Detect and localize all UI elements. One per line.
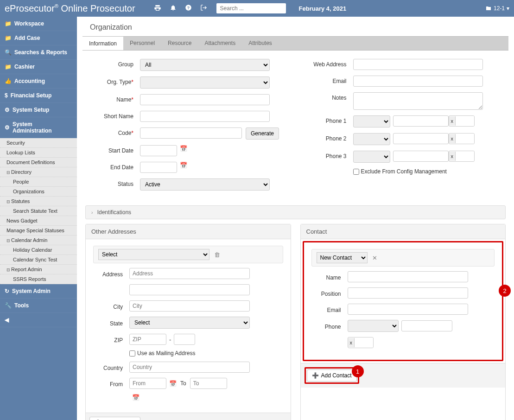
sub-docdef[interactable]: Document Definitions (0, 158, 77, 167)
shortname-input[interactable] (140, 111, 270, 122)
phone2-ext[interactable] (456, 134, 474, 144)
tab-attachments[interactable]: Attachments (198, 37, 242, 50)
sub-calendar-admin[interactable]: ⊟Calendar Admin (0, 235, 77, 245)
phone2-label: Phone 2 (305, 133, 347, 142)
enddate-input[interactable] (140, 162, 177, 173)
gear-icon: ⚙ (5, 107, 10, 113)
code-input[interactable] (140, 127, 242, 139)
city-input[interactable] (129, 300, 250, 312)
to-label: To (180, 380, 186, 387)
from-label: From (93, 379, 123, 388)
calendar-icon[interactable]: 📅 (180, 162, 187, 169)
sidebar-item-add-case[interactable]: 📁Add Case (0, 31, 77, 45)
close-icon[interactable]: ✕ (372, 255, 377, 261)
collapse-icon: ◀ (5, 317, 9, 323)
sidebar-item-cashier[interactable]: 📁Cashier (0, 60, 77, 74)
address-select[interactable]: Select (98, 249, 209, 260)
contact-name-input[interactable] (348, 271, 468, 282)
add-contact-button[interactable]: ➕ Add Contact (307, 369, 357, 382)
sidebar-collapse[interactable]: ◀ (0, 313, 77, 327)
sub-search-statute[interactable]: Search Statute Text (0, 206, 77, 216)
phone2-input[interactable] (393, 133, 449, 144)
phone1-input[interactable] (393, 115, 449, 127)
web-input[interactable] (353, 59, 483, 70)
address-line2-input[interactable] (129, 284, 250, 295)
sub-statutes[interactable]: ⊟Statutes (0, 197, 77, 206)
contact-phone-ext[interactable] (355, 337, 373, 348)
sidebar-item-system-setup[interactable]: ⚙System Setup (0, 103, 77, 117)
mailing-checkbox[interactable] (129, 350, 135, 356)
tabs: Information Personnel Resource Attachmen… (82, 36, 508, 51)
sub-directory[interactable]: ⊟Directory (0, 167, 77, 177)
contact-position-input[interactable] (348, 287, 468, 299)
sidebar-item-accounting[interactable]: 👍Accounting (0, 74, 77, 89)
tab-information[interactable]: Information (82, 37, 123, 50)
contact-select[interactable]: New Contact (317, 252, 368, 263)
state-label: State (93, 318, 123, 327)
sub-organizations[interactable]: Organizations (0, 187, 77, 197)
sub-security[interactable]: Security (0, 138, 77, 148)
notes-input[interactable] (353, 92, 483, 110)
state-select[interactable]: Select (129, 317, 250, 329)
sub-lookup[interactable]: Lookup Lists (0, 148, 77, 158)
sub-report-admin[interactable]: ⊟Report Admin (0, 265, 77, 274)
sub-calsync[interactable]: Calendar Sync Test (0, 255, 77, 265)
status-select[interactable]: Active (140, 178, 270, 191)
contact-phone-type[interactable] (348, 320, 399, 332)
startdate-input[interactable] (140, 145, 177, 156)
sub-news[interactable]: News Gadget (0, 216, 77, 226)
sub-holiday[interactable]: Holiday Calendar (0, 245, 77, 255)
tree-toggle-icon[interactable]: ⊟ (6, 267, 11, 272)
country-input[interactable] (129, 362, 250, 373)
orgtype-select[interactable] (140, 76, 270, 89)
phone3-ext[interactable] (456, 151, 474, 161)
other-addresses-title: Other Addresses (86, 224, 291, 239)
calendar-icon[interactable]: 📅 (132, 394, 140, 401)
sidebar-item-workspace[interactable]: 📁Workspace (0, 17, 77, 31)
sub-ssrs[interactable]: SSRS Reports (0, 274, 77, 284)
phone2-type[interactable] (353, 133, 390, 145)
sub-special[interactable]: Manage Special Statuses (0, 226, 77, 235)
tree-toggle-icon[interactable]: ⊟ (6, 238, 11, 243)
code-label: Code* (92, 127, 133, 136)
sidebar-item-tools[interactable]: 🔧Tools (0, 299, 77, 313)
help-icon[interactable]: ? (185, 4, 192, 13)
zip4-input[interactable] (174, 334, 195, 345)
zip-input[interactable] (129, 334, 166, 345)
to-input[interactable] (190, 378, 227, 389)
print-icon[interactable] (154, 4, 161, 13)
exclude-checkbox[interactable] (353, 169, 359, 175)
sidebar-item-system-admin[interactable]: ⚙System Administration (0, 117, 77, 138)
tree-toggle-icon[interactable]: ⊟ (6, 170, 11, 175)
sidebar-item-financial[interactable]: $Financial Setup (0, 89, 77, 103)
generate-button[interactable]: Generate (246, 127, 279, 140)
group-select[interactable]: All (140, 59, 270, 71)
search-input[interactable] (216, 3, 286, 13)
identifications-accordion[interactable]: › Identifications (85, 205, 506, 219)
phone3-type[interactable] (353, 151, 390, 163)
address-line1-input[interactable] (129, 268, 250, 279)
folder-badge[interactable]: 12-1 ▾ (485, 5, 509, 12)
calendar-icon[interactable]: 📅 (180, 145, 187, 152)
contact-phone-input[interactable] (401, 320, 452, 331)
tab-resource[interactable]: Resource (161, 37, 198, 50)
sidebar-item-system-admin2[interactable]: ↻System Admin (0, 284, 77, 299)
trash-icon[interactable]: 🗑 (214, 251, 220, 258)
phone3-input[interactable] (393, 151, 449, 162)
bell-icon[interactable] (170, 4, 177, 13)
calendar-icon[interactable]: 📅 (169, 380, 177, 387)
logout-icon[interactable] (200, 4, 207, 13)
tab-attributes[interactable]: Attributes (242, 37, 279, 50)
web-label: Web Address (305, 59, 347, 68)
sub-people[interactable]: People (0, 177, 77, 187)
sidebar-item-searches[interactable]: 🔍Searches & Reports (0, 45, 77, 60)
tab-personnel[interactable]: Personnel (123, 37, 161, 50)
email-input[interactable] (353, 76, 483, 87)
phone1-ext[interactable] (456, 116, 474, 126)
contact-email-input[interactable] (348, 304, 468, 315)
tree-toggle-icon[interactable]: ⊟ (6, 199, 11, 204)
from-input[interactable] (129, 378, 166, 389)
phone1-type[interactable] (353, 115, 390, 127)
add-address-button[interactable]: ➕ Add Address (89, 417, 140, 420)
name-input[interactable] (140, 94, 270, 105)
